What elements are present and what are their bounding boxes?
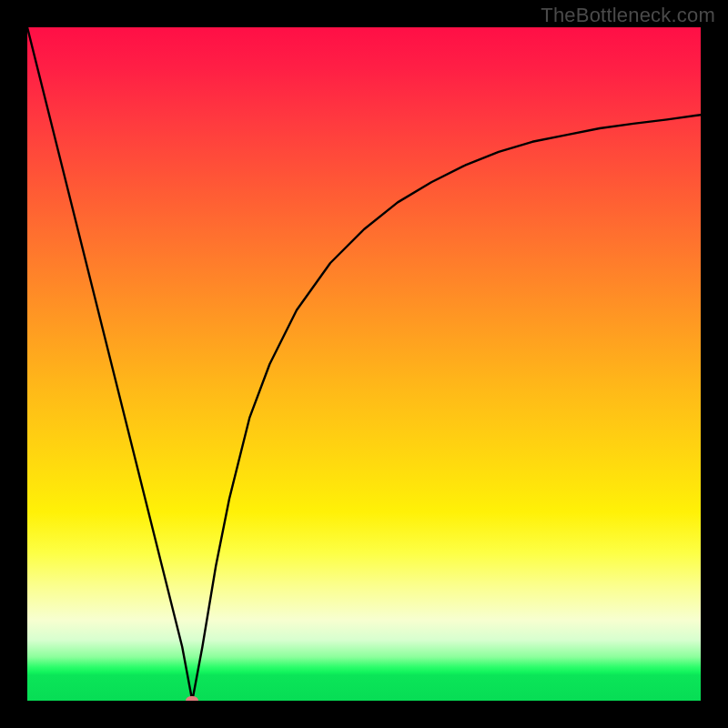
bottleneck-curve xyxy=(27,27,701,701)
chart-container: TheBottleneck.com xyxy=(0,0,728,728)
min-marker xyxy=(186,696,198,701)
watermark-text: TheBottleneck.com xyxy=(541,4,715,27)
plot-area xyxy=(27,27,701,701)
